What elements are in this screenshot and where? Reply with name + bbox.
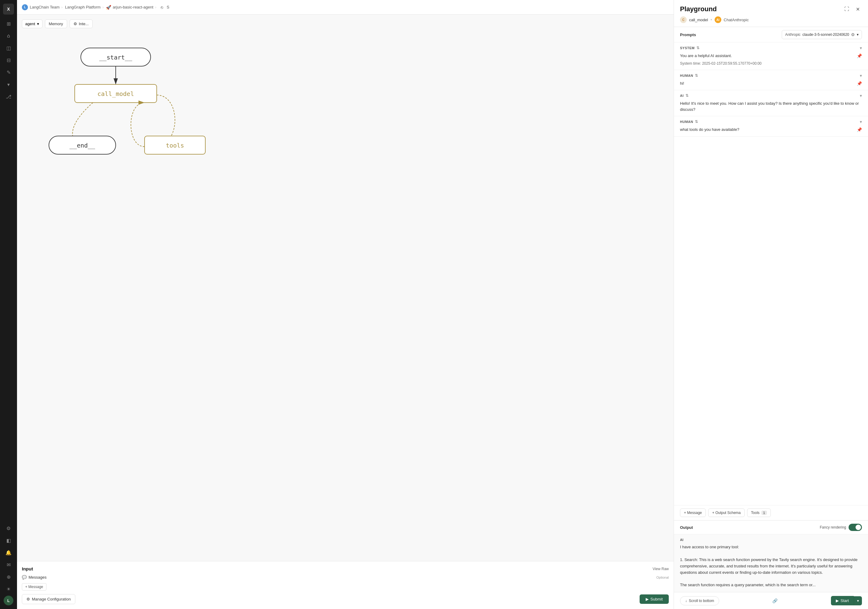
graph-area: agent ▾ Memory ⚙ Inte... __start__ call_… (17, 15, 674, 609)
sidebar-item-home[interactable]: ⌂ (3, 30, 14, 41)
sort-icon-ai-1[interactable]: ⇅ (685, 94, 689, 98)
sidebar-item-edit[interactable]: ✎ (3, 67, 14, 78)
add-message-button-playground[interactable]: + Message (680, 509, 706, 517)
prompts-bar: Prompts Anthropic claude-3-5-sonnet-2024… (674, 27, 868, 43)
message-role-ai-1: AI ⇅ (680, 94, 689, 98)
view-raw-button[interactable]: View Raw (653, 567, 669, 571)
breadcrumb-agent-label: arjun-basic-react-agent (113, 5, 153, 9)
link-icon[interactable]: 🔗 (772, 598, 778, 603)
message-block-human-2: HUMAN ⇅ ▾ 📌 what tools do you have avail… (674, 116, 868, 137)
sort-icon-human-1[interactable]: ⇅ (695, 73, 698, 78)
input-header: Input View Raw (22, 566, 669, 571)
agent-selector-label: agent (25, 22, 35, 26)
output-text: I have access to one primary tool: 1. Se… (680, 544, 862, 588)
sidebar-item-mail[interactable]: ✉ (3, 559, 14, 570)
sidebar-item-notifications[interactable]: 🔔 (3, 547, 14, 558)
breadcrumb-sep-1: › (61, 5, 62, 9)
model-gear-icon[interactable]: ⚙ (851, 32, 855, 37)
sidebar-item-user-add[interactable]: ⊕ (3, 571, 14, 582)
message-header-human-2: HUMAN ⇅ ▾ (674, 116, 868, 127)
sidebar-toggle-icon[interactable]: ⊞ (3, 18, 14, 29)
memory-button[interactable]: Memory (45, 19, 67, 28)
expand-icon[interactable]: ⛶ (843, 5, 851, 13)
close-icon[interactable]: ✕ (853, 5, 862, 13)
model-provider: Anthropic (785, 32, 801, 37)
team-icon: L (22, 4, 28, 10)
sort-icon-system[interactable]: ⇅ (696, 46, 700, 50)
messages-list: SYSTEM ⇅ ▾ 📌 You are a helpful AI assist… (674, 43, 868, 505)
start-button-group: ▶ Start ▾ (831, 596, 862, 605)
chevron-human-2[interactable]: ▾ (860, 119, 862, 124)
playground-header: Playground ⛶ ✕ C call_model • AI ChatAnt… (674, 0, 868, 27)
message-header-human-1: HUMAN ⇅ ▾ (674, 70, 868, 80)
scroll-to-bottom-button[interactable]: ↓ Scroll to bottom (680, 596, 719, 605)
input-title: Input (22, 566, 33, 571)
sort-icon-human-2[interactable]: ⇅ (695, 120, 698, 124)
sidebar-item-theme[interactable]: ☀ (3, 583, 14, 594)
tools-label: Tools (751, 511, 760, 515)
pin-icon-human-2[interactable]: 📌 (857, 127, 862, 133)
gear-icon-config: ⚙ (26, 597, 30, 601)
playground-panel: Playground ⛶ ✕ C call_model • AI ChatAnt… (674, 0, 868, 609)
fancy-rendering-toggle[interactable] (849, 524, 862, 531)
breadcrumb-share[interactable]: ⎋ S (159, 4, 169, 10)
sidebar: X ⊞ ⌂ ◫ ⊟ ✎ ▾ ⎇ ⚙ ◧ 🔔 ✉ ⊕ ☀ L (0, 0, 17, 609)
sidebar-avatar[interactable]: L (4, 596, 13, 605)
flow-graph-svg: __start__ call_model tools __end__ (32, 39, 208, 185)
model-name: claude-3-5-sonnet-20240620 (802, 32, 849, 37)
tools-count: 1 (761, 511, 767, 515)
playground-header-actions: ⛶ ✕ (843, 5, 862, 13)
bottom-actions: ⚙ Manage Configuration ▶ Submit (22, 594, 669, 604)
output-role: AI (680, 538, 862, 542)
prompts-label: Prompts (680, 32, 696, 37)
message-header-ai-1: AI ⇅ ▾ (674, 90, 868, 100)
message-content-human-1: 📌 hi! (674, 80, 868, 90)
tools-badge[interactable]: Tools 1 (747, 509, 771, 517)
ai-provider-badge: AI (715, 16, 721, 23)
sidebar-item-branch[interactable]: ⎇ (3, 91, 14, 102)
pin-icon-human-1[interactable]: 📌 (857, 80, 862, 87)
sidebar-item-download[interactable]: ▾ (3, 79, 14, 90)
message-role-system: SYSTEM ⇅ (680, 46, 700, 50)
sidebar-item-settings[interactable]: ⚙ (3, 523, 14, 534)
scroll-down-icon: ↓ (685, 599, 687, 603)
start-button[interactable]: ▶ Start (831, 596, 854, 605)
chevron-human-1[interactable]: ▾ (860, 73, 862, 78)
breadcrumb-platform[interactable]: LangGraph Platform › (65, 5, 104, 9)
manage-config-button[interactable]: ⚙ Manage Configuration (22, 594, 75, 604)
pin-icon-system[interactable]: 📌 (857, 53, 862, 59)
message-block-system: SYSTEM ⇅ ▾ 📌 You are a helpful AI assist… (674, 43, 868, 70)
submit-button[interactable]: ▶ Submit (640, 594, 669, 604)
fancy-rendering-label: Fancy rendering (820, 525, 846, 529)
sidebar-item-database[interactable]: ⊟ (3, 55, 14, 66)
input-section: Input View Raw 💬 Messages Optional + Mes… (17, 561, 674, 609)
svg-text:tools: tools (166, 142, 184, 149)
breadcrumb-team[interactable]: L LangChain Team › (22, 4, 62, 10)
sidebar-item-docs[interactable]: ◧ (3, 535, 14, 546)
message-header-system: SYSTEM ⇅ ▾ (674, 43, 868, 53)
agent-selector[interactable]: agent ▾ (22, 19, 42, 28)
start-chevron-button[interactable]: ▾ (854, 596, 862, 605)
system-timestamp: System time: 2025-02-15T20:59:55.170770+… (680, 61, 862, 66)
sidebar-logo[interactable]: X (3, 4, 14, 15)
chevron-ai-1[interactable]: ▾ (860, 93, 862, 98)
toolbar-row: agent ▾ Memory ⚙ Inte... (22, 19, 93, 28)
play-icon-submit: ▶ (646, 597, 649, 601)
breadcrumb-share-label: S (167, 5, 169, 9)
sidebar-item-analytics[interactable]: ◫ (3, 43, 14, 53)
main-content: L LangChain Team › LangGraph Platform › … (17, 0, 674, 609)
add-message-button[interactable]: + Message (22, 583, 46, 590)
model-selector[interactable]: Anthropic claude-3-5-sonnet-20240620 ⚙ ▾ (782, 30, 862, 39)
add-output-schema-button[interactable]: + Output Schema (708, 509, 745, 517)
output-header: Output Fancy rendering (674, 521, 868, 534)
breadcrumb-agent[interactable]: 🚀 arjun-basic-react-agent › (106, 5, 157, 10)
gear-icon-interrupt: ⚙ (73, 22, 77, 26)
chevron-system[interactable]: ▾ (860, 46, 862, 50)
interrupt-button[interactable]: ⚙ Inte... (70, 19, 93, 28)
breadcrumb-team-label: LangChain Team (30, 5, 59, 9)
message-block-human-1: HUMAN ⇅ ▾ 📌 hi! (674, 70, 868, 90)
interrupt-label: Inte... (79, 22, 89, 26)
message-block-ai-1: AI ⇅ ▾ Hello! It's nice to meet you. How… (674, 90, 868, 116)
agent-selector-chevron: ▾ (37, 22, 39, 26)
messages-label: 💬 Messages (22, 575, 46, 580)
